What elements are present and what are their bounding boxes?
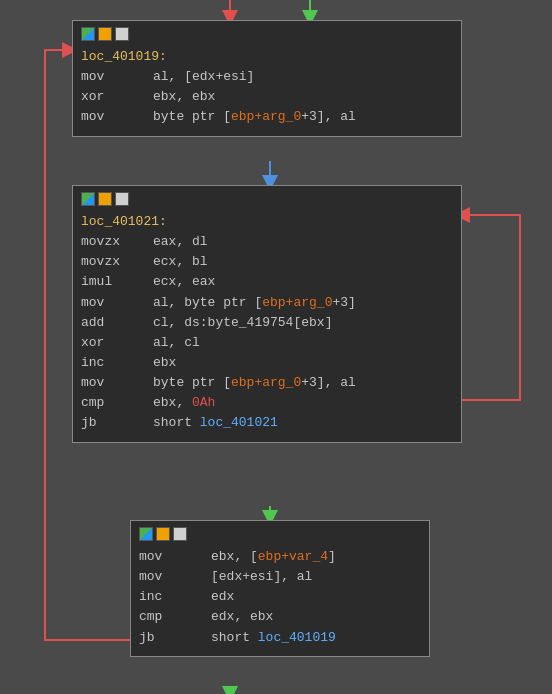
operands: edx [211, 587, 234, 607]
icon-grid-1 [81, 27, 95, 41]
code-line-movzx-1: movzx eax, dl [81, 232, 453, 252]
flow-container: loc_401019: mov al, [edx+esi] xor ebx, e… [0, 0, 552, 694]
operands: al, [edx+esi] [153, 67, 254, 87]
operands: eax, dl [153, 232, 208, 252]
icon-chart-2 [98, 192, 112, 206]
mnemonic: movzx [81, 232, 153, 252]
operands: ebx, [ebp+var_4] [211, 547, 336, 567]
loc-label-2: loc_401021: [81, 212, 167, 232]
code-line-jb-1: jb short loc_401021 [81, 413, 453, 433]
mnemonic: mov [81, 67, 153, 87]
code-line-inc: inc ebx [81, 353, 453, 373]
mnemonic: inc [139, 587, 211, 607]
mnemonic: mov [139, 567, 211, 587]
titlebar-3 [139, 527, 421, 541]
operands: ebx [153, 353, 176, 373]
code-line-cmp: cmp ebx, 0Ah [81, 393, 453, 413]
icon-grid-3 [139, 527, 153, 541]
code-line-jb-2: jb short loc_401019 [139, 628, 421, 648]
operands: al, byte ptr [ebp+arg_0+3] [153, 293, 356, 313]
icon-chart-1 [98, 27, 112, 41]
mnemonic: mov [139, 547, 211, 567]
code-block-2: loc_401021: movzx eax, dl movzx ecx, bl … [72, 185, 462, 443]
code-line-xor-2: xor al, cl [81, 333, 453, 353]
mnemonic: jb [81, 413, 153, 433]
code-line-imul: imul ecx, eax [81, 272, 453, 292]
operands: ecx, bl [153, 252, 208, 272]
icon-doc-1 [115, 27, 129, 41]
icon-doc-2 [115, 192, 129, 206]
mnemonic: mov [81, 107, 153, 127]
operands: cl, ds:byte_419754[ebx] [153, 313, 332, 333]
code-line-xor-1: xor ebx, ebx [81, 87, 453, 107]
mnemonic: xor [81, 87, 153, 107]
mnemonic: inc [81, 353, 153, 373]
operands: byte ptr [ebp+arg_0+3], al [153, 107, 356, 127]
code-line-mov-3: mov al, byte ptr [ebp+arg_0+3] [81, 293, 453, 313]
operands: ecx, eax [153, 272, 215, 292]
label-line-1: loc_401019: [81, 47, 453, 67]
arrow-loop-red [462, 215, 520, 400]
code-line-cmp-2: cmp edx, ebx [139, 607, 421, 627]
mnemonic: mov [81, 293, 153, 313]
mnemonic: xor [81, 333, 153, 353]
code-line-mov-6: mov [edx+esi], al [139, 567, 421, 587]
operands: [edx+esi], al [211, 567, 312, 587]
mnemonic: cmp [81, 393, 153, 413]
icon-doc-3 [173, 527, 187, 541]
code-line-inc-2: inc edx [139, 587, 421, 607]
mnemonic: cmp [139, 607, 211, 627]
operands: byte ptr [ebp+arg_0+3], al [153, 373, 356, 393]
icon-grid-2 [81, 192, 95, 206]
mnemonic: jb [139, 628, 211, 648]
code-line-movzx-2: movzx ecx, bl [81, 252, 453, 272]
code-line-mov-5: mov ebx, [ebp+var_4] [139, 547, 421, 567]
label-line-2: loc_401021: [81, 212, 453, 232]
mnemonic: imul [81, 272, 153, 292]
titlebar-2 [81, 192, 453, 206]
operands: edx, ebx [211, 607, 273, 627]
titlebar-1 [81, 27, 453, 41]
mnemonic: movzx [81, 252, 153, 272]
operands: ebx, ebx [153, 87, 215, 107]
operands: short loc_401021 [153, 413, 278, 433]
mnemonic: add [81, 313, 153, 333]
operands: ebx, 0Ah [153, 393, 215, 413]
icon-chart-3 [156, 527, 170, 541]
operands: al, cl [153, 333, 200, 353]
operands: short loc_401019 [211, 628, 336, 648]
code-line-mov-1: mov al, [edx+esi] [81, 67, 453, 87]
code-block-3: mov ebx, [ebp+var_4] mov [edx+esi], al i… [130, 520, 430, 657]
code-line-mov-4: mov byte ptr [ebp+arg_0+3], al [81, 373, 453, 393]
code-line-mov-2: mov byte ptr [ebp+arg_0+3], al [81, 107, 453, 127]
loc-label-1: loc_401019: [81, 47, 167, 67]
mnemonic: mov [81, 373, 153, 393]
code-block-1: loc_401019: mov al, [edx+esi] xor ebx, e… [72, 20, 462, 137]
code-line-add: add cl, ds:byte_419754[ebx] [81, 313, 453, 333]
